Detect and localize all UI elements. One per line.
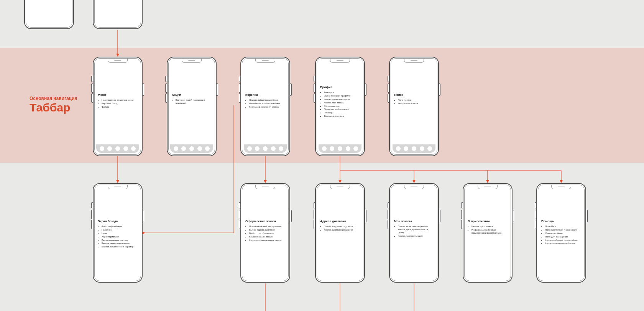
section-title: Таббар [30, 102, 77, 113]
phone-help: ПомощьПоле ИмяПоле контактная информация… [536, 183, 586, 283]
phone-promo: АкцииКарточки акций (картинка и описание… [167, 57, 217, 156]
phone-title: Меню [98, 93, 138, 97]
svg-marker-10 [338, 180, 342, 183]
tabbar-icon [170, 144, 213, 153]
list-item: Выбор способа оплаты [249, 232, 285, 235]
phone-items: Поле поискаРезультаты поиска [394, 99, 434, 105]
list-item: Кнопка повторить заказ [398, 235, 434, 238]
phone-items: Карточки акций (картинка и описание) [172, 99, 212, 105]
phone-items: Поля контактной информацииВыбор адреса д… [245, 225, 285, 242]
phone-items: АватаркаИмя и телефон профиляКнопка адре… [320, 91, 360, 118]
phone-dish: Экран блюдаФотография блюдаНазваниеЦенаХ… [93, 183, 143, 283]
phone-orders: Мои заказыСписок всех заказов (номер зак… [389, 183, 439, 283]
svg-marker-6 [264, 180, 267, 183]
phone-cart: КорзинаСписок добавленных блюдИзменение … [240, 57, 290, 156]
svg-marker-16 [560, 180, 563, 183]
list-item: Список созданных адресов [324, 225, 360, 228]
phone-title: Корзина [245, 93, 285, 97]
list-item: Название [102, 229, 138, 232]
list-item: Поле контактная информация [545, 229, 581, 232]
phone-title: О приложении [468, 219, 508, 223]
list-item: Имя и телефон профиля [324, 95, 360, 98]
list-item: Характеристики [102, 236, 138, 239]
list-item: Поля контактной информации [249, 225, 285, 228]
phone-title: Оформление заказа [245, 219, 285, 223]
list-item: Фотография блюда [102, 225, 138, 228]
list-item: Поле поиска [398, 99, 434, 102]
phone-top-2 [93, 0, 143, 29]
list-item: Кнопка подтверждения заказа [249, 239, 285, 242]
phone-items: Иконка приложенияИнформация о версии при… [468, 225, 508, 234]
list-item: Аватарка [324, 91, 360, 94]
list-item: Список добавленных блюд [249, 99, 285, 102]
tabbar-icon [96, 144, 139, 153]
phone-profile: ПрофильАватаркаИмя и телефон профиляКноп… [315, 57, 365, 156]
phone-addresses: Адреса доставкиСписок созданных адресовК… [315, 183, 365, 283]
list-item: Кнопка добавить фотографию [545, 239, 581, 242]
phone-search: ПоискПоле поискаРезультаты поиска [389, 57, 439, 156]
svg-marker-4 [142, 231, 145, 234]
list-item: Цена [102, 232, 138, 235]
phone-title: Мои заказы [394, 219, 434, 223]
phone-top-1 [24, 0, 74, 29]
phone-title: Адреса доставки [320, 219, 360, 223]
svg-marker-12 [412, 180, 416, 183]
list-item: Кнопка оформления заказа [249, 106, 285, 109]
tabbar-icon [244, 144, 287, 153]
phone-items: Список созданных адресовКнопка добавлени… [320, 225, 360, 232]
phone-title: Акции [172, 93, 212, 97]
list-item: Кнопка добавления в корзину [102, 246, 138, 249]
list-item: Информация о версии приложения и разрабо… [472, 229, 508, 235]
list-item: Список всех заказов (номер заказа, дата,… [398, 225, 434, 234]
svg-marker-3 [116, 180, 119, 183]
list-item: Комментарий к заказу [249, 236, 285, 239]
phone-items: Список всех заказов (номер заказа, дата,… [394, 225, 434, 237]
list-item: Выбор адреса доставки [249, 229, 285, 232]
section-label: Основная навигация Таббар [30, 96, 77, 113]
list-item: Правовая информация [324, 108, 360, 111]
list-item: Результаты поиска [398, 102, 434, 105]
list-item: Кнопка отправления формы [545, 242, 581, 245]
list-item: Фильтр [102, 106, 138, 109]
list-item: Кнопка перехода в корзину [102, 242, 138, 245]
phone-about: О приложенииИконка приложенияИнформация … [463, 183, 513, 283]
list-item: Доставка и оплата [324, 115, 360, 118]
list-item: Карточки акций (картинка и описание) [176, 99, 212, 105]
phone-checkout: Оформление заказаПоля контактной информа… [240, 183, 290, 283]
list-item: Редактирование состава [102, 239, 138, 242]
list-item: Помощь [324, 111, 360, 115]
list-item: Иконка приложения [472, 225, 508, 228]
list-item: Список проблем [545, 232, 581, 235]
list-item: Поле для сообщения [545, 236, 581, 239]
list-item: Кнопка добавления адреса [324, 229, 360, 232]
phone-title: Профиль [320, 85, 360, 89]
phone-items: Поле ИмяПоле контактная информацияСписок… [541, 225, 581, 245]
list-item: Навигация по разделам меню [102, 99, 138, 102]
list-item: Карточки блюд [102, 102, 138, 105]
tabbar-icon [393, 144, 435, 153]
list-item: Изменение количества блюд [249, 102, 285, 105]
phone-menu: МенюНавигация по разделам менюКарточки б… [93, 57, 143, 156]
phone-items: Навигация по разделам менюКарточки блюдФ… [98, 99, 138, 108]
list-item: О приложении [324, 105, 360, 108]
list-item: Кнопка мои заказы [324, 101, 360, 105]
phone-items: Фотография блюдаНазваниеЦенаХарактеристи… [98, 225, 138, 249]
tabbar-icon [319, 144, 361, 153]
phone-title: Помощь [541, 219, 581, 223]
list-item: Кнопка адреса доставки [324, 98, 360, 101]
section-subtitle: Основная навигация [30, 96, 77, 101]
phone-items: Список добавленных блюдИзменение количес… [245, 99, 285, 108]
phone-title: Экран блюда [98, 219, 138, 223]
list-item: Поле Имя [545, 225, 581, 228]
svg-marker-14 [486, 180, 489, 183]
phone-title: Поиск [394, 93, 434, 97]
